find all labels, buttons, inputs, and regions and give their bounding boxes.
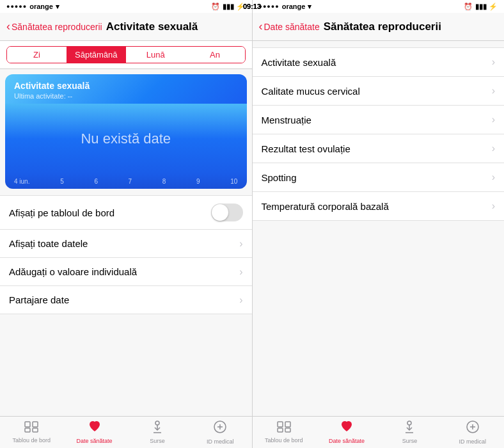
chart-body: Nu există date xyxy=(5,104,247,174)
right-panel: ●●●●● orange ▾ 09:13 ⏰ ▮▮▮ ⚡ ‹ Date sănă… xyxy=(253,0,505,448)
right-list-item-calitate[interactable]: Calitate mucus cervical › xyxy=(253,77,505,106)
axis-label-0: 4 iun. xyxy=(14,178,29,185)
right-list-item-temperatura[interactable]: Temperatură corporală bazală › xyxy=(253,192,505,221)
tab-icon-id-right xyxy=(466,420,480,437)
list-item-tablou: Afișați pe tabloul de bord xyxy=(0,195,252,230)
alarm-icon-right: ⏰ xyxy=(464,3,473,11)
list-item-adaugati-label: Adăugați o valoare individuală xyxy=(9,266,137,277)
tab-label-tablou-right: Tablou de bord xyxy=(265,437,303,444)
svg-rect-12 xyxy=(278,428,283,432)
left-status-left: ●●●●● orange ▾ xyxy=(6,3,59,11)
svg-rect-2 xyxy=(25,428,30,432)
chart-axis: 4 iun. 5 6 7 8 9 10 xyxy=(5,174,247,189)
svg-rect-0 xyxy=(25,422,30,427)
right-list-item-activitate-label: Activitate sexuală xyxy=(262,57,336,68)
right-content-list: Activitate sexuală › Calitate mucus cerv… xyxy=(253,41,505,416)
right-status-bar: ●●●●● orange ▾ 09:13 ⏰ ▮▮▮ ⚡ xyxy=(253,0,505,13)
right-nav-title: Sănătatea reproducerii xyxy=(324,20,441,33)
tab-icon-surse-left xyxy=(150,420,164,436)
alarm-icon-left: ⏰ xyxy=(211,3,220,11)
axis-label-6: 10 xyxy=(230,178,237,185)
tab-date-sanatate-right[interactable]: Date sănătate xyxy=(315,420,378,444)
right-list-item-spotting[interactable]: Spotting › xyxy=(253,163,505,192)
tab-label-date-right: Date sănătate xyxy=(329,438,365,444)
left-content-list: Afișați pe tabloul de bord Afișați toate… xyxy=(0,194,252,416)
tab-tablou-bord-right[interactable]: Tablou de bord xyxy=(253,421,315,444)
right-nav-bar: ‹ Date sănătate Sănătatea reproducerii xyxy=(253,13,505,41)
tab-surse-left[interactable]: Surse xyxy=(126,420,189,444)
left-tab-bar: Tablou de bord Date sănătate Surse ID me… xyxy=(0,416,252,448)
axis-label-2: 6 xyxy=(94,178,98,185)
tab-icon-tablou-left xyxy=(24,421,38,436)
segment-zi[interactable]: Zi xyxy=(7,47,67,63)
battery-left: ▮▮▮ ⚡ xyxy=(223,3,245,11)
left-nav-bar: ‹ Sănătatea reproducerii Activitate sexu… xyxy=(0,13,252,41)
svg-rect-13 xyxy=(285,428,290,432)
chevron-right-toate: › xyxy=(239,238,242,250)
right-list-item-menstruatie[interactable]: Menstruație › xyxy=(253,106,505,134)
chevron-temperatura: › xyxy=(492,200,495,212)
right-list-item-menstruatie-label: Menstruație xyxy=(262,115,311,125)
right-list-item-rezultat-label: Rezultat test ovulație xyxy=(262,143,350,154)
left-back-chevron: ‹ xyxy=(6,20,10,33)
list-item-tablou-label: Afișați pe tabloul de bord xyxy=(9,207,114,218)
chevron-spotting: › xyxy=(492,172,495,183)
axis-label-5: 9 xyxy=(196,178,200,185)
tab-id-medical-right[interactable]: ID medical xyxy=(441,420,504,445)
tab-label-surse-left: Surse xyxy=(150,438,165,444)
chevron-right-partajare: › xyxy=(239,294,242,306)
left-nav-title: Activitate sexuală xyxy=(106,20,198,33)
carrier-left: orange xyxy=(29,3,53,10)
chart-area: Activitate sexuală Ultima activitate: --… xyxy=(5,74,247,189)
chevron-menstruatie: › xyxy=(492,114,495,125)
carrier-right: orange xyxy=(282,3,306,10)
tab-id-medical-left[interactable]: ID medical xyxy=(189,420,251,445)
signal-dots-right: ●●●●● xyxy=(259,3,280,10)
segment-luna[interactable]: Lună xyxy=(126,47,185,63)
tab-icon-date-right xyxy=(340,420,354,436)
list-item-partajare-label: Partajare date xyxy=(9,294,69,305)
list-item-toate[interactable]: Afișați toate datele › xyxy=(0,230,252,258)
chart-subtitle: Ultima activitate: -- xyxy=(14,92,238,100)
segment-saptamana[interactable]: Săptămână xyxy=(67,47,126,63)
tab-icon-surse-right xyxy=(402,420,416,436)
right-list-item-rezultat[interactable]: Rezultat test ovulație › xyxy=(253,134,505,163)
svg-rect-1 xyxy=(33,422,38,427)
right-status-right: ⏰ ▮▮▮ ⚡ xyxy=(464,3,498,11)
battery-right: ▮▮▮ ⚡ xyxy=(475,3,498,11)
tab-icon-date-left xyxy=(88,420,102,436)
tab-icon-id-left xyxy=(213,420,227,437)
chevron-calitate: › xyxy=(492,85,495,97)
right-list-item-spotting-label: Spotting xyxy=(262,172,297,183)
left-status-bar: ●●●●● orange ▾ 09:13 ⏰ ▮▮▮ ⚡ xyxy=(0,0,252,13)
svg-rect-3 xyxy=(33,428,38,432)
right-list-item-activitate[interactable]: Activitate sexuală › xyxy=(253,47,505,77)
list-item-partajare[interactable]: Partajare date › xyxy=(0,286,252,314)
right-list-item-temperatura-label: Temperatură corporală bazală xyxy=(262,201,389,212)
toggle-tablou[interactable] xyxy=(211,204,243,221)
tab-label-date-left: Date sănătate xyxy=(77,438,113,444)
tab-label-id-left: ID medical xyxy=(207,438,234,445)
signal-dots-left: ●●●●● xyxy=(6,3,27,10)
svg-point-14 xyxy=(407,421,411,425)
right-back-chevron: ‹ xyxy=(259,20,263,33)
left-back-button[interactable]: ‹ Sănătatea reproducerii xyxy=(6,20,102,33)
chart-title: Activitate sexuală xyxy=(14,81,238,91)
tab-date-sanatate-left[interactable]: Date sănătate xyxy=(63,420,125,444)
right-back-button[interactable]: ‹ Date sănătate xyxy=(259,20,320,33)
svg-rect-11 xyxy=(285,422,290,427)
wifi-icon-right: ▾ xyxy=(308,3,311,11)
chart-no-data: Nu există date xyxy=(81,131,171,147)
segment-control: Zi Săptămână Lună An xyxy=(6,46,246,63)
tab-tablou-bord-left[interactable]: Tablou de bord xyxy=(0,421,63,444)
segment-an[interactable]: An xyxy=(185,47,245,63)
tab-surse-right[interactable]: Surse xyxy=(378,420,441,444)
tab-label-surse-right: Surse xyxy=(402,438,418,444)
tab-icon-tablou-right xyxy=(277,421,291,436)
chevron-activitate: › xyxy=(492,56,495,68)
right-list-item-calitate-label: Calitate mucus cervical xyxy=(262,86,360,97)
tab-label-tablou-left: Tablou de bord xyxy=(12,437,51,444)
right-status-time: 09:13 xyxy=(253,3,262,10)
list-item-adaugati[interactable]: Adăugați o valoare individuală › xyxy=(0,258,252,286)
toggle-knob xyxy=(212,204,228,221)
